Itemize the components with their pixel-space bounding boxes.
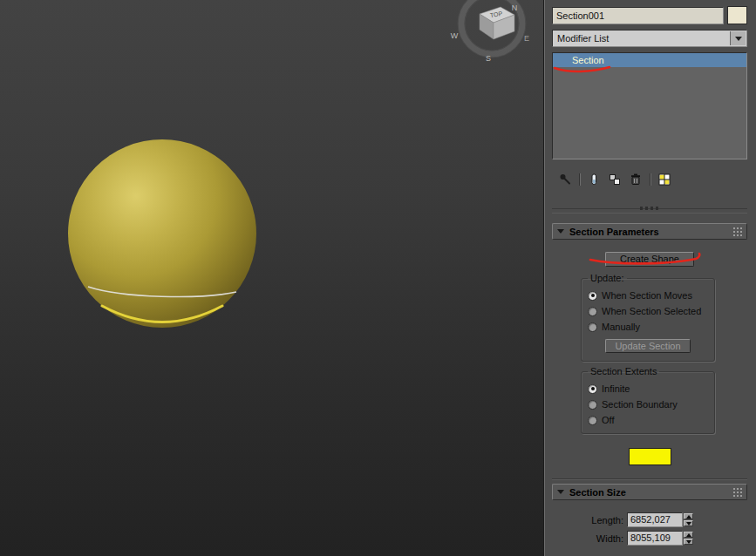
spinner-up-button[interactable]	[684, 513, 693, 519]
object-name-row: Section001	[552, 6, 747, 24]
radio-label: Section Boundary	[602, 399, 678, 410]
make-unique-icon[interactable]	[608, 173, 622, 186]
rollout-header-section-parameters[interactable]: Section Parameters	[552, 223, 747, 240]
radio-when-section-selected[interactable]: When Section Selected	[588, 306, 708, 316]
show-end-result-icon[interactable]	[587, 173, 601, 186]
modifier-list-label: Modifier List	[553, 33, 730, 44]
radio-off[interactable]: Off	[588, 415, 708, 425]
width-input[interactable]: 8055,109	[627, 531, 683, 546]
section-extents-legend: Section Extents	[588, 366, 659, 376]
spinner-down-button[interactable]	[684, 520, 693, 526]
spinner-down-button[interactable]	[684, 539, 693, 545]
radio-label: Off	[602, 415, 614, 425]
compass-west-label[interactable]: W	[451, 31, 459, 40]
length-input[interactable]: 6852,027	[627, 512, 683, 527]
spinner-up-icon	[686, 515, 691, 519]
remove-modifier-icon[interactable]	[629, 173, 643, 186]
modifier-list-dropdown[interactable]: Modifier List	[552, 30, 747, 47]
3dsmax-window: N E S W TOP Section001 Modifier List Sec…	[0, 0, 756, 556]
width-row: Width: 8055,109	[552, 531, 747, 546]
length-label: Length:	[591, 515, 623, 525]
width-label: Width:	[596, 533, 623, 544]
rollout-open-arrow-icon	[557, 229, 564, 234]
length-spinner	[684, 513, 693, 526]
viewport[interactable]: N E S W TOP	[0, 0, 544, 556]
radio-unselected-icon	[588, 322, 597, 332]
object-color-swatch[interactable]	[727, 6, 747, 24]
sphere-body	[68, 139, 256, 328]
rollout-grip-icon[interactable]	[732, 487, 744, 497]
radio-when-section-moves[interactable]: When Section Moves	[588, 290, 708, 301]
rollout-title: Section Size	[569, 487, 626, 498]
modifier-stack[interactable]: Section	[552, 52, 747, 159]
panel-divider	[552, 208, 747, 213]
radio-unselected-icon	[588, 307, 597, 316]
spinner-up-button[interactable]	[684, 532, 693, 538]
compass-east-label[interactable]: E	[524, 34, 529, 43]
divider-grip[interactable]	[640, 207, 659, 210]
radio-label: When Section Moves	[602, 290, 692, 301]
spinner-down-icon	[686, 522, 691, 525]
spinner-down-icon	[686, 540, 691, 544]
sphere-object[interactable]	[52, 126, 279, 344]
toolbar-separator	[579, 173, 580, 186]
rollout-header-section-size[interactable]: Section Size	[552, 484, 747, 500]
update-group-legend: Update:	[588, 273, 627, 283]
create-shape-button[interactable]: Create Shape	[605, 252, 694, 267]
command-panel: Section001 Modifier List Section	[544, 0, 756, 556]
rollout-open-arrow-icon	[557, 490, 564, 494]
toolbar-separator	[650, 173, 650, 186]
radio-selected-icon	[588, 291, 597, 301]
viewcube[interactable]: N E S W TOP	[434, 0, 548, 70]
radio-label: Infinite	[602, 383, 630, 394]
object-name-field[interactable]: Section001	[552, 7, 724, 24]
section-extents-group: Section Extents Infinite Section Boundar…	[581, 366, 715, 434]
modifier-stack-item-section[interactable]: Section	[553, 53, 746, 67]
configure-modifier-sets-icon[interactable]	[657, 173, 671, 186]
dropdown-button[interactable]	[730, 31, 746, 45]
modifier-stack-toolbar	[552, 171, 747, 188]
pin-stack-icon[interactable]	[558, 173, 572, 186]
radio-selected-icon	[588, 384, 597, 394]
radio-section-boundary[interactable]: Section Boundary	[588, 399, 708, 410]
rollout-title: Section Parameters	[569, 227, 659, 237]
chevron-down-icon	[735, 37, 742, 41]
spinner-up-icon	[686, 533, 691, 537]
update-section-button[interactable]: Update Section	[605, 339, 691, 353]
radio-manually[interactable]: Manually	[588, 322, 708, 332]
rollout-separator	[552, 478, 747, 479]
rollout-grip-icon[interactable]	[732, 227, 744, 236]
radio-label: When Section Selected	[602, 306, 701, 316]
radio-label: Manually	[602, 322, 640, 332]
section-color-swatch[interactable]	[629, 448, 671, 465]
radio-infinite[interactable]: Infinite	[588, 383, 708, 394]
compass-north-label[interactable]: N	[512, 3, 518, 12]
radio-unselected-icon	[588, 416, 597, 425]
length-row: Length: 6852,027	[552, 512, 747, 527]
width-spinner	[684, 532, 693, 545]
radio-unselected-icon	[588, 400, 597, 410]
update-group: Update: When Section Moves When Section …	[581, 273, 715, 362]
compass-south-label[interactable]: S	[486, 54, 491, 63]
